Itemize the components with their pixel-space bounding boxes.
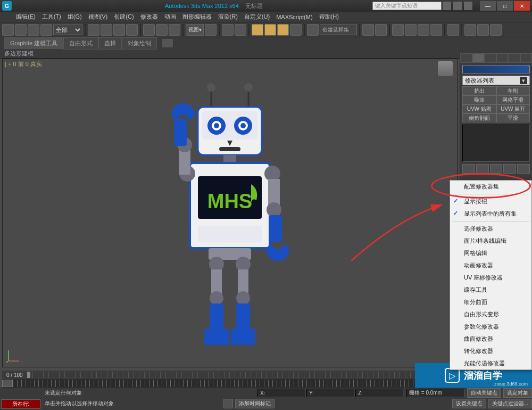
cm-subdiv[interactable]: 细分曲面 <box>450 296 531 308</box>
coord-z-input[interactable]: Z: <box>355 389 403 397</box>
angle-snap-button[interactable] <box>264 24 276 36</box>
menu-edit[interactable]: 编辑(E) <box>16 13 36 21</box>
create-tab-icon[interactable] <box>460 53 472 63</box>
cm-mesh-edit[interactable]: 网格编辑 <box>450 247 531 259</box>
lock-icon[interactable] <box>223 399 233 408</box>
ribbon-minimize-icon[interactable] <box>162 39 173 47</box>
time-slider-track[interactable] <box>27 372 458 378</box>
track-bar-handle[interactable] <box>2 380 13 387</box>
menu-modifiers[interactable]: 修改器 <box>140 13 158 21</box>
undo-button[interactable] <box>2 24 14 36</box>
render-production-button[interactable] <box>490 24 502 36</box>
time-slider[interactable]: 0 / 100 <box>2 371 458 379</box>
select-name-button[interactable] <box>101 24 112 36</box>
ribbon-tab-paint[interactable]: 对象绘制 <box>122 37 157 50</box>
mirror-button[interactable] <box>362 24 374 36</box>
menu-view[interactable]: 视图(V) <box>88 13 108 21</box>
viewport[interactable]: [ + 0 前 0 真实 z MHS <box>2 59 458 367</box>
menu-maxscript[interactable]: MAXScript(M) <box>276 14 312 20</box>
coord-x-input[interactable]: X: <box>257 389 305 397</box>
menu-animation[interactable]: 动画 <box>164 13 176 21</box>
ref-coord-dropdown[interactable]: 视图▾ <box>186 24 204 36</box>
coord-y-input[interactable]: Y: <box>306 389 354 397</box>
remove-modifier-button[interactable] <box>503 164 516 174</box>
modifier-btn-lathe[interactable]: 车削 <box>496 86 530 95</box>
cm-conversion-mods[interactable]: 转化修改器 <box>450 345 531 357</box>
scale-button[interactable] <box>169 24 180 36</box>
pin-stack-button[interactable] <box>462 164 475 174</box>
object-color-swatch[interactable] <box>462 65 530 73</box>
comm-center-icon[interactable] <box>453 2 462 10</box>
key-filters-button[interactable]: 关键点过滤器... <box>488 399 532 408</box>
make-unique-button[interactable] <box>490 164 503 174</box>
set-key-button[interactable]: 设置关键点 <box>452 399 486 408</box>
close-button[interactable]: ✕ <box>514 1 530 11</box>
selection-lock-dropdown[interactable]: 选定对象 <box>503 388 532 398</box>
percent-snap-button[interactable] <box>277 24 289 36</box>
maximize-button[interactable]: □ <box>497 1 513 11</box>
material-editor-button[interactable] <box>447 24 459 36</box>
modifier-btn-noise[interactable]: 噪波 <box>462 95 496 104</box>
minimize-button[interactable]: — <box>480 1 496 11</box>
modifier-stack[interactable] <box>462 125 530 162</box>
modifier-list-dropdown[interactable]: 修改器列表▾ <box>462 76 530 85</box>
menu-customize[interactable]: 自定义(U) <box>244 13 270 21</box>
select-button[interactable] <box>88 24 99 36</box>
modifier-btn-bevel[interactable]: 倒角剖面 <box>462 113 496 122</box>
display-tab-icon[interactable] <box>508 53 520 63</box>
window-crossing-button[interactable] <box>126 24 138 36</box>
snap-toggle-button[interactable] <box>252 24 263 36</box>
cm-selection-mods[interactable]: 选择修改器 <box>450 223 531 235</box>
utilities-tab-icon[interactable] <box>520 53 533 63</box>
unlink-button[interactable] <box>40 24 52 36</box>
ribbon-tab-graphite[interactable]: Graphite 建模工具 <box>4 37 63 49</box>
menu-help[interactable]: 帮助(H) <box>319 13 339 21</box>
manipulate-button[interactable] <box>222 24 234 36</box>
link-button[interactable] <box>28 24 39 36</box>
cm-parametric-mods[interactable]: 参数化修改器 <box>450 321 531 333</box>
graphite-toggle-button[interactable] <box>405 24 417 36</box>
cm-configure-sets[interactable]: 配置修改器集 <box>450 181 531 193</box>
favorites-icon[interactable] <box>464 2 472 10</box>
ribbon-subpanel[interactable]: 多边形建模 <box>0 49 532 59</box>
track-bar[interactable] <box>2 379 458 388</box>
keyboard-shortcut-button[interactable] <box>235 24 246 36</box>
cm-patch-spline[interactable]: 面片/样条线编辑 <box>450 235 531 247</box>
cm-surface-mods[interactable]: 曲面修改器 <box>450 333 531 345</box>
menu-graph-editor[interactable]: 图形编辑器 <box>182 13 212 21</box>
modifier-btn-extrude[interactable]: 挤出 <box>462 86 496 95</box>
modifier-btn-meshsmooth[interactable]: 网格平滑 <box>496 95 530 104</box>
named-selection-dropdown[interactable]: 创建选择集 <box>320 24 357 35</box>
cm-show-all-sets[interactable]: 显示列表中的所有集 <box>450 208 531 220</box>
modify-tab-icon[interactable] <box>472 53 485 63</box>
cm-cache-tools[interactable]: 缓存工具 <box>450 284 531 296</box>
layer-manager-button[interactable] <box>392 24 404 36</box>
redo-button[interactable] <box>15 24 27 36</box>
info-icon[interactable] <box>443 2 451 10</box>
edit-selection-sets-button[interactable] <box>307 24 319 36</box>
hierarchy-tab-icon[interactable] <box>484 53 496 63</box>
configure-sets-button[interactable] <box>517 164 530 174</box>
cm-ffd[interactable]: 自由形式变形 <box>450 308 531 321</box>
maxscript-line-button[interactable]: 所在行: <box>1 399 40 409</box>
align-button[interactable] <box>375 24 387 36</box>
select-region-button[interactable] <box>113 24 125 36</box>
menu-render[interactable]: 渲染(R) <box>218 13 238 21</box>
ribbon-tab-freeform[interactable]: 自由形式 <box>63 37 98 50</box>
cm-anim-mods[interactable]: 动画修改器 <box>450 259 531 272</box>
pivot-button[interactable] <box>205 24 217 36</box>
motion-tab-icon[interactable] <box>496 53 509 63</box>
track-bar-ticks[interactable] <box>13 380 458 387</box>
modifier-btn-uvwmap[interactable]: UVW 贴图 <box>462 104 496 113</box>
rotate-button[interactable] <box>156 24 168 36</box>
app-icon[interactable]: G <box>2 1 12 11</box>
spinner-snap-button[interactable] <box>290 24 302 36</box>
show-end-result-button[interactable] <box>476 164 489 174</box>
help-search-input[interactable]: 键入关键字或短语 <box>372 2 442 10</box>
rendered-frame-button[interactable] <box>477 24 489 36</box>
viewport-label[interactable]: [ + 0 前 0 真实 <box>5 60 42 68</box>
modifier-btn-smooth[interactable]: 平滑 <box>496 113 530 122</box>
ribbon-tab-selection[interactable]: 选择 <box>98 37 122 50</box>
view-cube[interactable] <box>438 61 453 76</box>
cm-show-buttons[interactable]: 显示按钮 <box>450 195 531 208</box>
